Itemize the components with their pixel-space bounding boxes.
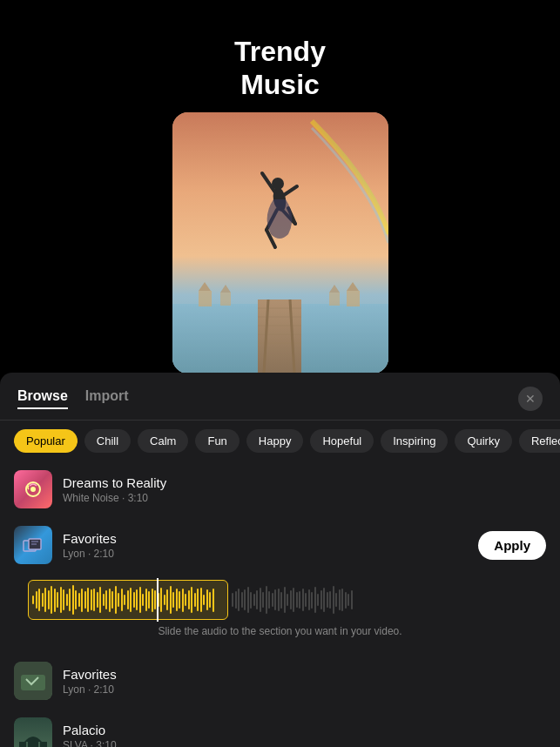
track-item[interactable]: Dreams to Reality White Noise · 3:10: [0, 461, 560, 517]
svg-rect-8: [347, 291, 360, 306]
page-title: Trendy Music: [234, 35, 326, 102]
chip-quirky[interactable]: Quirky: [455, 429, 512, 453]
filter-row: Popular Chill Calm Fun Happy Hopeful Ins…: [0, 421, 560, 461]
track-name-palacio: Palacio: [63, 723, 546, 737]
svg-rect-6: [329, 293, 340, 306]
track-info-favorites: Favorites Lyon · 2:10: [63, 531, 468, 560]
waveform-hint: Slide the audio to the section you want …: [158, 625, 401, 637]
track-meta: White Noise · 3:10: [63, 492, 546, 504]
chip-happy[interactable]: Happy: [246, 429, 304, 453]
playhead: [157, 580, 159, 620]
svg-rect-4: [220, 293, 231, 306]
track-info: Dreams to Reality White Noise · 3:10: [63, 475, 546, 504]
track-thumbnail-palacio: [14, 717, 52, 747]
chip-chill[interactable]: Chill: [84, 429, 131, 453]
chip-fun[interactable]: Fun: [195, 429, 239, 453]
svg-rect-35: [28, 742, 38, 747]
track-item-palacio[interactable]: Palacio SLVA · 3:10: [0, 709, 560, 747]
svg-rect-2: [199, 291, 212, 306]
chip-popular[interactable]: Popular: [14, 429, 78, 453]
svg-rect-37: [40, 742, 47, 747]
apply-button[interactable]: Apply: [478, 531, 546, 560]
svg-rect-36: [19, 742, 26, 747]
track-item-favorites2[interactable]: Favorites Lyon · 2:10: [0, 653, 560, 709]
track-thumbnail: [14, 470, 52, 508]
track-meta-f2: Lyon · 2:10: [63, 683, 546, 696]
waveform-section[interactable]: Slide the audio to the section you want …: [14, 575, 546, 644]
track-meta-favorites: Lyon · 2:10: [63, 548, 468, 560]
track-name: Dreams to Reality: [63, 475, 546, 490]
bottom-sheet: Browse Import ✕ Popular Chill Calm Fun H…: [0, 373, 560, 747]
track-name-favorites: Favorites: [63, 531, 468, 546]
chip-inspiring[interactable]: Inspiring: [381, 429, 448, 453]
tab-import[interactable]: Import: [85, 388, 129, 409]
waveform-bars-active: [32, 584, 214, 616]
track-item-expanded[interactable]: Favorites Lyon · 2:10 Apply: [0, 517, 560, 653]
close-button[interactable]: ✕: [518, 387, 543, 411]
track-info-f2: Favorites Lyon · 2:10: [63, 667, 546, 696]
waveform-inactive: [228, 580, 532, 620]
chip-calm[interactable]: Calm: [138, 429, 188, 453]
sheet-header: Browse Import ✕: [0, 373, 560, 421]
svg-point-27: [30, 487, 36, 492]
track-thumbnail-favorites: [14, 526, 52, 564]
hero-image: [172, 112, 388, 374]
tab-bar: Browse Import: [17, 388, 129, 409]
track-info-palacio: Palacio SLVA · 3:10: [63, 723, 546, 748]
track-name-f2: Favorites: [63, 667, 546, 682]
waveform-bars-inactive: [232, 583, 353, 616]
hero-section: Trendy Music: [0, 0, 560, 392]
track-thumbnail-f2: [14, 662, 52, 700]
tab-browse[interactable]: Browse: [17, 388, 68, 409]
track-meta-palacio: SLVA · 3:10: [63, 739, 546, 748]
chip-reflective[interactable]: Reflective: [519, 429, 560, 453]
waveform-active[interactable]: [28, 580, 228, 620]
waveform-container[interactable]: [28, 578, 532, 622]
chip-hopeful[interactable]: Hopeful: [310, 429, 374, 453]
